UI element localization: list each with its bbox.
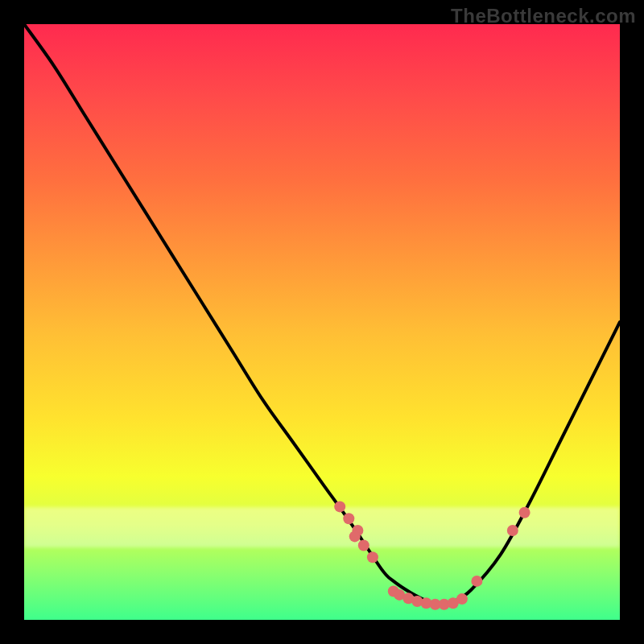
data-point-marker	[334, 501, 345, 512]
plot-area	[24, 24, 620, 620]
data-point-marker	[349, 530, 361, 542]
bottleneck-curve	[24, 24, 620, 605]
data-point-marker	[471, 576, 482, 587]
data-point-marker	[507, 525, 518, 536]
data-point-marker	[358, 540, 369, 551]
chart-frame: TheBottleneck.com	[0, 0, 644, 644]
data-point-marker	[367, 551, 378, 563]
data-point-marker	[519, 507, 530, 518]
data-point-marker	[456, 593, 468, 605]
data-point-marker	[343, 513, 354, 524]
chart-svg	[24, 24, 620, 620]
